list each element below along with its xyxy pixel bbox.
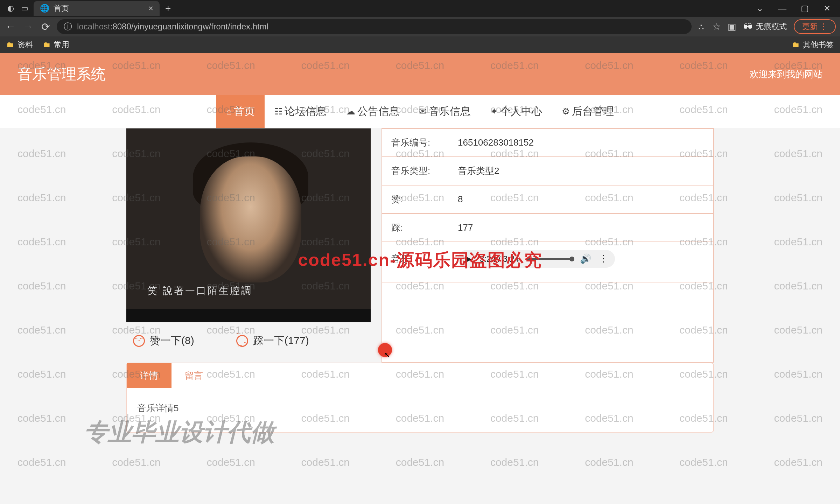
home-icon: ⌂ — [226, 106, 232, 117]
audio-player[interactable]: ▶ 3:24 / 3:24 🔊 ⋮ — [458, 250, 615, 268]
info-row-id: 音乐编号: 165106283018152 — [382, 129, 713, 157]
tab-comments[interactable]: 留言 — [172, 363, 216, 388]
content-area: 笑 說著一口陌生腔調 ˘ᵕ˘ 赞一下(8) ˘︵˘ 踩一下(177) 音乐编号:… — [0, 128, 840, 363]
info-row-likes: 赞: 8 — [382, 186, 713, 214]
nav-notice[interactable]: ☁ 公告信息 — [336, 95, 409, 128]
bookmark-ziliao[interactable]: 🖿 资料 — [6, 40, 33, 50]
grid-icon: ☷ — [274, 106, 282, 117]
tab-dropdown-icon[interactable]: ⌄ — [750, 4, 769, 13]
url-path: :8080/yinyueguanlixitongw/front/index.ht… — [110, 22, 268, 31]
vote-row: ˘ᵕ˘ 赞一下(8) ˘︵˘ 踩一下(177) — [126, 322, 371, 359]
info-row-dislikes: 踩: 177 — [382, 214, 713, 242]
detail-body: 音乐详情5 — [127, 388, 713, 432]
mail-icon: ✉ — [419, 106, 427, 117]
info-row-audio: 音乐: ▶ 3:24 / 3:24 🔊 ⋮ — [382, 242, 713, 282]
play-icon[interactable]: ▶ — [465, 253, 472, 264]
nav-profile[interactable]: ✦ 个人中心 — [481, 95, 552, 128]
audio-progress[interactable] — [527, 258, 572, 260]
tab-prev-icon: ▭ — [18, 1, 31, 15]
browser-chrome: ◐ ▭ 🌐 首页 × + ⌄ — ▢ ✕ ← → ⟳ ⓘ localhost:8… — [0, 0, 840, 53]
detail-panel: 详情 留言 音乐详情5 — [126, 363, 714, 433]
video-control-bar[interactable] — [126, 309, 371, 322]
main-nav: ⌂ 首页 ☷ 论坛信息 ☁ 公告信息 ✉ 音乐信息 ✦ 个人中心 ⚙ 后台管理 — [0, 95, 840, 128]
close-tab-icon[interactable]: × — [148, 4, 153, 13]
volume-icon[interactable]: 🔊 — [580, 253, 591, 264]
info-icon[interactable]: ⓘ — [64, 21, 72, 32]
site-header: 音乐管理系统 欢迎来到我的网站 — [0, 53, 840, 95]
info-row-type: 音乐类型: 音乐类型2 — [382, 157, 713, 186]
maximize-icon[interactable]: ▢ — [795, 4, 814, 13]
sad-icon: ˘︵˘ — [236, 335, 248, 347]
address-bar-right: ⛬ ☆ ▣ 🕶 无痕模式 更新 ⋮ — [696, 19, 836, 34]
close-window-icon[interactable]: ✕ — [818, 4, 836, 13]
menu-dots-icon: ⋮ — [820, 22, 827, 31]
left-column: 笑 說著一口陌生腔調 ˘ᵕ˘ 赞一下(8) ˘︵˘ 踩一下(177) — [126, 128, 371, 359]
tab-title: 首页 — [54, 3, 69, 14]
cover-subtitle: 笑 說著一口陌生腔調 — [147, 284, 252, 298]
translate-icon[interactable]: ⛬ — [696, 21, 706, 32]
folder-icon: 🖿 — [6, 40, 14, 49]
bookmark-other[interactable]: 🖿 其他书签 — [792, 40, 834, 50]
minimize-icon[interactable]: — — [773, 4, 792, 13]
reload-button[interactable]: ⟳ — [39, 21, 52, 33]
incognito-icon: 🕶 — [743, 21, 752, 32]
gear-icon: ⚙ — [562, 106, 570, 117]
star-icon[interactable]: ☆ — [713, 21, 721, 32]
url-host: localhost — [77, 22, 110, 31]
nav-home[interactable]: ⌂ 首页 — [216, 95, 265, 128]
cloud-icon: ☁ — [346, 106, 355, 117]
welcome-text: 欢迎来到我的网站 — [750, 68, 822, 80]
dislike-button[interactable]: ˘︵˘ 踩一下(177) — [236, 334, 309, 348]
user-icon: ✦ — [490, 106, 498, 117]
browser-tab[interactable]: 🌐 首页 × — [34, 1, 160, 16]
forward-button[interactable]: → — [22, 21, 34, 33]
nav-music[interactable]: ✉ 音乐信息 — [409, 95, 481, 128]
window-controls: ⌄ — ▢ ✕ — [750, 4, 836, 13]
update-button[interactable]: 更新 ⋮ — [794, 19, 836, 34]
folder-icon: 🖿 — [792, 40, 799, 49]
cursor-arrow-icon: ↖ — [384, 350, 391, 360]
nav-admin[interactable]: ⚙ 后台管理 — [552, 95, 624, 128]
address-bar: ← → ⟳ ⓘ localhost:8080/yinyueguanlixiton… — [0, 17, 840, 36]
detail-tabs: 详情 留言 — [127, 363, 713, 388]
new-tab-button[interactable]: + — [165, 3, 171, 14]
globe-icon: 🌐 — [40, 4, 49, 13]
url-input[interactable]: ⓘ localhost:8080/yinyueguanlixitongw/fro… — [57, 19, 692, 34]
back-button[interactable]: ← — [4, 21, 17, 33]
nav-forum[interactable]: ☷ 论坛信息 — [265, 95, 336, 128]
bookmark-changyong[interactable]: 🖿 常用 — [43, 40, 69, 50]
app-icon: ◐ — [4, 1, 18, 15]
smile-icon: ˘ᵕ˘ — [133, 335, 145, 347]
side-panel-icon[interactable]: ▣ — [728, 21, 736, 32]
music-cover[interactable]: 笑 說著一口陌生腔調 — [126, 128, 371, 322]
site-title: 音乐管理系统 — [18, 64, 106, 84]
incognito-indicator: 🕶 无痕模式 — [743, 21, 787, 32]
audio-more-icon[interactable]: ⋮ — [599, 253, 608, 264]
tab-bar: ◐ ▭ 🌐 首页 × + ⌄ — ▢ ✕ — [0, 0, 840, 17]
like-button[interactable]: ˘ᵕ˘ 赞一下(8) — [133, 334, 194, 348]
folder-icon: 🖿 — [43, 40, 50, 49]
audio-time: 3:24 / 3:24 — [479, 254, 519, 264]
incognito-label: 无痕模式 — [756, 21, 787, 32]
info-panel: 音乐编号: 165106283018152 音乐类型: 音乐类型2 赞: 8 踩… — [382, 128, 714, 363]
tab-detail[interactable]: 详情 — [127, 363, 172, 388]
bookmarks-bar: 🖿 资料 🖿 常用 🖿 其他书签 — [0, 36, 840, 53]
